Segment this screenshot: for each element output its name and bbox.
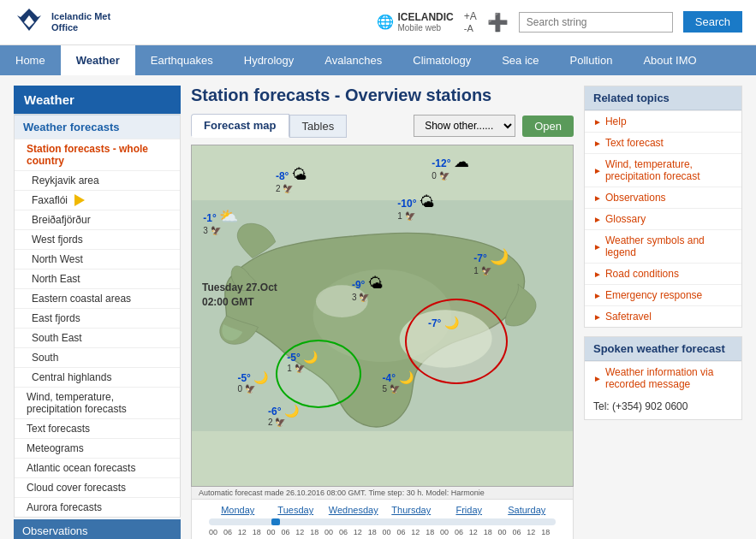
sidebar-item-northwest[interactable]: North West [15, 249, 180, 269]
sidebar-item-cloud-cover[interactable]: Cloud cover forecasts [15, 477, 180, 497]
logo-area: Icelandic Met Office [14, 7, 110, 38]
related-item-safetravel[interactable]: ► Safetravel [585, 305, 741, 327]
logo-icon [14, 7, 45, 38]
related-item-road[interactable]: ► Road conditions [585, 263, 741, 284]
related-item-textforecast[interactable]: ► Text forecast [585, 132, 741, 153]
nav-earthquakes[interactable]: Earthquakes [135, 45, 229, 75]
arrow-icon: ► [593, 291, 602, 300]
header-right: 🌐 ICELANDIC Mobile web +A -A ➕ Search [377, 10, 742, 34]
sidebar-item-atlantic[interactable]: Atlantic ocean forecasts [15, 458, 180, 477]
nav-seaice[interactable]: Sea ice [486, 45, 554, 75]
hour-06-5: 06 [455, 528, 469, 536]
hour-06-4: 06 [396, 528, 411, 536]
nav-home[interactable]: Home [0, 45, 61, 75]
navbar: Home Weather Earthquakes Hydrology Avala… [0, 45, 756, 75]
timeline-day-monday[interactable]: Monday [209, 505, 267, 515]
related-item-observations[interactable]: ► Observations [585, 187, 741, 208]
sidebar-item-westfjords[interactable]: West fjords [15, 229, 180, 249]
arrow-icon: ► [593, 117, 602, 127]
search-input[interactable] [519, 12, 673, 33]
related-item-glossary[interactable]: ► Glossary [585, 208, 741, 229]
sidebar-item-breidafjordur[interactable]: Breiðafjörður [15, 210, 180, 229]
open-button[interactable]: Open [522, 116, 574, 137]
timeline-day-saturday[interactable]: Saturday [498, 505, 557, 515]
sidebar-cat-weather-forecasts[interactable]: Weather forecasts [15, 115, 180, 139]
hour-06-1: 06 [223, 528, 238, 536]
timeline-day-friday[interactable]: Friday [440, 505, 498, 515]
sidebar-header: Weather [14, 86, 181, 114]
hour-12-1: 12 [238, 528, 253, 536]
related-item-windtemp[interactable]: ► Wind, temperature, precipitation forec… [585, 153, 741, 187]
temp-east: -7° 🌙 1 🦅 [473, 247, 509, 275]
timeline-hours: 00 06 12 18 00 06 12 18 00 06 12 18 00 0… [192, 527, 573, 537]
arrow-icon: ► [593, 242, 602, 252]
nav-weather[interactable]: Weather [61, 45, 135, 75]
temp-se: -4° 🌙 5 🦅 [383, 370, 414, 394]
hour-06-2: 06 [281, 528, 295, 536]
related-item-emergency[interactable]: ► Emergency response [585, 284, 741, 305]
map-caption: Automatic forecast made 26.10.2016 08:00… [191, 487, 574, 500]
related-item-help[interactable]: ► Help [585, 110, 741, 132]
show-other-select[interactable]: Show other...... [414, 115, 515, 137]
timeline-bar[interactable] [209, 518, 556, 525]
nav-about[interactable]: About IMO [628, 45, 711, 75]
tab-forecast-map[interactable]: Forecast map [191, 114, 289, 138]
arrow-icon: ► [593, 139, 602, 148]
logo-text: Icelandic Met Office [51, 11, 110, 33]
temp-south-interior: -7° 🌙 [428, 316, 459, 329]
sidebar-item-aurora[interactable]: Aurora forecasts [15, 497, 180, 517]
sidebar-cat-observations[interactable]: Observations [14, 518, 181, 539]
related-topics-title: Related topics [585, 86, 741, 110]
add-icon[interactable]: ➕ [487, 12, 509, 33]
hour-00-3: 00 [324, 528, 339, 536]
language-selector[interactable]: 🌐 ICELANDIC Mobile web [377, 11, 453, 33]
arrow-icon: ► [593, 215, 602, 224]
arrow-icon: ► [593, 166, 602, 175]
search-button[interactable]: Search [683, 11, 742, 33]
hour-00-2: 00 [267, 528, 282, 536]
related-topics-box: Related topics ► Help ► Text forecast ► … [584, 86, 742, 328]
temp-south-coast: -6° 🌙 2 🦅 [268, 404, 299, 427]
nav-climatology[interactable]: Climatology [397, 45, 486, 75]
arrow-icon: ► [593, 374, 602, 383]
sidebar-item-station-forecasts[interactable]: Station forecasts - whole country [15, 139, 180, 170]
sidebar-item-text-forecasts[interactable]: Text forecasts [15, 418, 180, 438]
hour-00-1: 00 [209, 528, 223, 536]
sidebar-item-eastern-coastal[interactable]: Eastern coastal areas [15, 288, 180, 308]
tab-bar: Forecast map Tables Show other...... Ope… [191, 114, 574, 138]
main-layout: Weather Weather forecasts Station foreca… [0, 75, 756, 539]
sidebar-item-northeast[interactable]: North East [15, 269, 180, 288]
arrow-icon: ► [593, 193, 602, 203]
timeline-day-thursday[interactable]: Thursday [383, 505, 441, 515]
related-item-symbols[interactable]: ► Weather symbols and legend [585, 229, 741, 263]
yellow-arrow-icon [74, 194, 85, 206]
hour-18-2: 18 [310, 528, 324, 536]
hour-18-4: 18 [426, 528, 440, 536]
hour-18-1: 18 [253, 528, 267, 536]
font-size-controls[interactable]: +A -A [464, 10, 477, 34]
sidebar-item-eastfjords[interactable]: East fjords [15, 308, 180, 328]
nav-pollution[interactable]: Pollution [555, 45, 628, 75]
timeline-days: Monday Tuesday Wednesday Thursday Friday… [192, 503, 573, 517]
sidebar-item-southeast[interactable]: South East [15, 328, 180, 347]
timeline-day-tuesday[interactable]: Tuesday [267, 505, 325, 515]
sidebar-item-central-highlands[interactable]: Central highlands [15, 367, 180, 387]
timeline-bar-wrap [192, 517, 573, 527]
timeline-day-wednesday[interactable]: Wednesday [324, 505, 383, 515]
sidebar-item-meteograms[interactable]: Meteograms [15, 438, 180, 458]
sidebar-item-south[interactable]: South [15, 347, 180, 367]
tab-tables[interactable]: Tables [289, 115, 348, 138]
hour-12-2: 12 [295, 528, 310, 536]
sidebar-item-wind-temp[interactable]: Wind, temperature, precipitation forecas… [15, 387, 180, 418]
sidebar-item-reykjavik[interactable]: Reykjavik area [15, 170, 180, 190]
spoken-weather-item[interactable]: ► Weather information via recorded messa… [585, 361, 741, 394]
hour-00-4: 00 [383, 528, 397, 536]
hour-12-4: 12 [411, 528, 426, 536]
nav-hydrology[interactable]: Hydrology [229, 45, 310, 75]
nav-avalanches[interactable]: Avalanches [309, 45, 397, 75]
hour-00-5: 00 [440, 528, 455, 536]
content-area: Station forecasts - Overview stations Fo… [191, 86, 574, 539]
hour-00-6: 00 [498, 528, 513, 536]
header: Icelandic Met Office 🌐 ICELANDIC Mobile … [0, 0, 756, 45]
sidebar-item-faxafloi[interactable]: Faxaflói [15, 190, 180, 210]
